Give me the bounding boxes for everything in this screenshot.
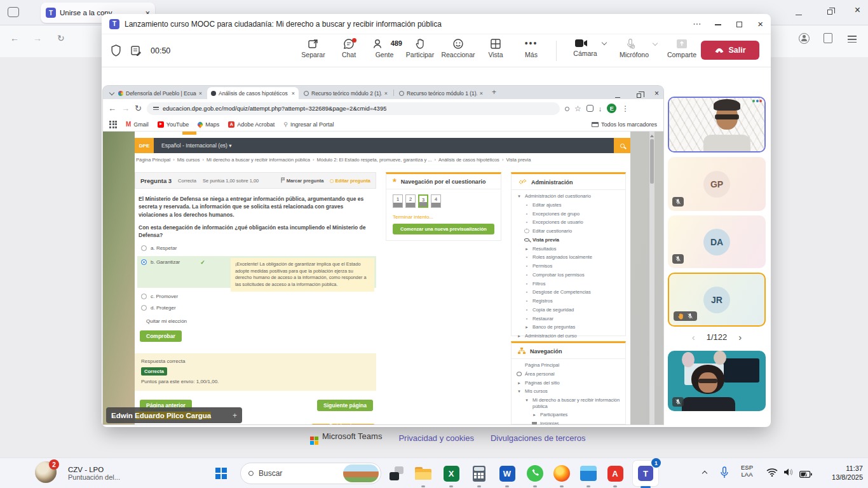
radio-icon[interactable] bbox=[141, 305, 147, 311]
leave-button[interactable]: Salir bbox=[701, 41, 759, 60]
tree-item-link[interactable]: Mi derecho a buscar y recibir informació… bbox=[532, 397, 620, 409]
back-icon[interactable]: ← bbox=[108, 104, 116, 113]
start-button[interactable] bbox=[211, 463, 231, 484]
answer-option-c[interactable]: c. Promover bbox=[141, 294, 376, 299]
tab-close-icon[interactable]: × bbox=[199, 90, 202, 97]
breadcrumb-item[interactable]: Módulo 2: El Estado respeta, promueve, g… bbox=[317, 157, 438, 163]
tree-item-link[interactable]: Desglose de Competencias bbox=[532, 289, 591, 295]
tree-item-link[interactable]: Permisos bbox=[532, 263, 552, 269]
speaker-video-tile[interactable] bbox=[668, 97, 766, 152]
bookmark-maps[interactable]: Maps bbox=[198, 121, 219, 128]
tab-close-icon[interactable]: × bbox=[384, 90, 388, 97]
react-button[interactable]: Reaccionar bbox=[440, 37, 476, 58]
mic-button[interactable]: Micrófono bbox=[611, 37, 657, 58]
answer-option-d[interactable]: d. Proteger bbox=[141, 305, 376, 311]
next-page-button[interactable]: Siguiente página bbox=[317, 400, 373, 411]
participant-video-tile[interactable] bbox=[668, 351, 766, 411]
chrome-menu-icon[interactable]: ⋮ bbox=[621, 104, 629, 113]
taskbar-widget[interactable]: 2 CZV - LPO Puntuación del... bbox=[35, 461, 120, 485]
chrome-tab-1[interactable]: Defensoría del Pueblo | Ecuado× bbox=[114, 87, 206, 99]
wifi-icon[interactable] bbox=[766, 468, 778, 479]
microsoft-teams-footer-link[interactable]: Microsoft Teams bbox=[310, 431, 382, 445]
next-module-button[interactable]: Fortalece tus conocimientos del módulo 2… bbox=[311, 424, 375, 424]
browser-minimize-button[interactable] bbox=[796, 8, 802, 20]
tree-item-link[interactable]: Páginas del sitio bbox=[525, 380, 560, 386]
tree-item-link[interactable]: Copia de seguridad bbox=[532, 307, 574, 313]
tree-item-link[interactable]: Restaurar bbox=[532, 316, 553, 322]
tree-item-link[interactable]: Participantes bbox=[540, 412, 567, 417]
flag-question-link[interactable]: Marcar pregunta bbox=[281, 177, 324, 184]
bookmark-youtube[interactable]: YouTube bbox=[158, 121, 189, 128]
bookmark-page-icon[interactable] bbox=[824, 33, 832, 43]
radio-icon[interactable] bbox=[141, 294, 147, 299]
tree-item-link[interactable]: Registros bbox=[532, 298, 553, 304]
close-button[interactable]: × bbox=[757, 18, 763, 30]
tree-item-link[interactable]: Filtros bbox=[532, 281, 545, 287]
word-button[interactable]: W bbox=[497, 463, 517, 484]
tree-item-link[interactable]: Insignias bbox=[540, 421, 559, 424]
finish-attempt-link[interactable]: Terminar intento... bbox=[386, 208, 501, 220]
bookmark-acrobat[interactable]: AAdobe Acrobat bbox=[228, 121, 275, 128]
forward-icon[interactable]: → bbox=[121, 104, 130, 113]
tree-item-link[interactable]: Excepciones de grupo bbox=[532, 211, 580, 217]
tree-item-link[interactable]: Página Principal bbox=[525, 362, 559, 368]
bookmark-portal[interactable]: ⚲Ingresar al Portal bbox=[283, 121, 334, 128]
menu-icon[interactable] bbox=[848, 34, 857, 44]
tree-item-link[interactable]: Editar ajustes bbox=[532, 202, 561, 208]
tree-item-link[interactable]: Vista previa bbox=[532, 237, 559, 243]
forward-icon[interactable]: → bbox=[33, 33, 42, 43]
question-number-box[interactable]: 3 bbox=[418, 194, 428, 208]
remote-desktop-button[interactable] bbox=[578, 463, 599, 484]
view-button[interactable]: Vista bbox=[478, 37, 513, 58]
chrome-close-icon[interactable]: × bbox=[654, 87, 659, 98]
apps-grid-icon[interactable] bbox=[109, 121, 117, 128]
scrollbar-thumb[interactable] bbox=[650, 139, 654, 184]
bookmark-gmail[interactable]: MGmail bbox=[126, 121, 149, 128]
extensions-icon[interactable] bbox=[587, 105, 593, 112]
pager-prev-icon[interactable]: ‹ bbox=[692, 332, 695, 342]
tree-item-link[interactable]: Área personal bbox=[525, 371, 555, 377]
browser-restore-button[interactable] bbox=[827, 6, 832, 17]
site-settings-icon[interactable] bbox=[153, 105, 159, 111]
account-icon[interactable] bbox=[799, 33, 810, 44]
tree-item-link[interactable]: Resultados bbox=[532, 246, 557, 252]
breakout-button[interactable]: Separar bbox=[295, 37, 331, 58]
privacy-link[interactable]: Privacidad y cookies bbox=[398, 433, 474, 443]
pager-next-icon[interactable]: › bbox=[738, 332, 742, 342]
reload-icon[interactable]: ↻ bbox=[135, 104, 142, 113]
reload-icon[interactable]: ↻ bbox=[57, 33, 65, 43]
teams-taskbar-button[interactable]: T 1 bbox=[633, 461, 658, 486]
tree-item-link[interactable]: Comprobar los permisos bbox=[532, 272, 585, 278]
meeting-notes-icon[interactable] bbox=[130, 45, 142, 57]
tab-close-icon[interactable]: × bbox=[480, 90, 483, 97]
zoom-icon[interactable] bbox=[565, 105, 569, 112]
answer-option-a[interactable]: a. Respetar bbox=[141, 245, 376, 251]
firefox-button[interactable] bbox=[552, 463, 572, 484]
breadcrumb-item[interactable]: Análisis de casos hipotéticos bbox=[438, 157, 506, 163]
calculator-button[interactable] bbox=[469, 463, 489, 484]
search-button[interactable] bbox=[614, 138, 630, 153]
disclosures-link[interactable]: Divulgaciones de terceros bbox=[491, 433, 586, 443]
speaker-icon[interactable] bbox=[783, 468, 794, 479]
tray-mic-icon[interactable] bbox=[720, 466, 729, 482]
tree-item-link[interactable]: Roles asignados localmente bbox=[532, 254, 592, 260]
answer-option-b-selected[interactable]: b. Garantizar✓ ¡Excelente! La obligación… bbox=[137, 256, 376, 288]
acrobat-button[interactable]: A bbox=[605, 463, 625, 484]
more-options-icon[interactable]: ⋯ bbox=[693, 19, 701, 29]
breadcrumb-item[interactable]: Mi derecho a buscar y recibir informació… bbox=[207, 157, 317, 163]
minimize-button[interactable] bbox=[715, 18, 721, 30]
page-scrollbar[interactable] bbox=[649, 132, 654, 424]
whatsapp-button[interactable] bbox=[525, 463, 545, 484]
tree-item-link[interactable]: Administración del cuestionario bbox=[525, 193, 591, 199]
downloads-icon[interactable]: ↓ bbox=[599, 105, 602, 112]
sidebar-toggle-icon[interactable] bbox=[8, 7, 19, 17]
more-button[interactable]: ••• Más bbox=[513, 37, 549, 58]
camera-chevron-icon[interactable] bbox=[602, 40, 607, 45]
participant-tile-da[interactable]: DA bbox=[668, 215, 766, 268]
question-number-box[interactable]: 4 bbox=[431, 194, 441, 208]
tray-expand-chevron[interactable] bbox=[699, 469, 707, 480]
tree-item-link[interactable]: Mis cursos bbox=[525, 388, 548, 394]
chrome-tab-2-active[interactable]: Análisis de casos hipotéticos (p× bbox=[207, 87, 299, 99]
chat-button[interactable]: Chat bbox=[331, 37, 367, 58]
url-field[interactable]: educacion.dpe.gob.ec/mod/quiz/attempt.ph… bbox=[147, 102, 560, 115]
